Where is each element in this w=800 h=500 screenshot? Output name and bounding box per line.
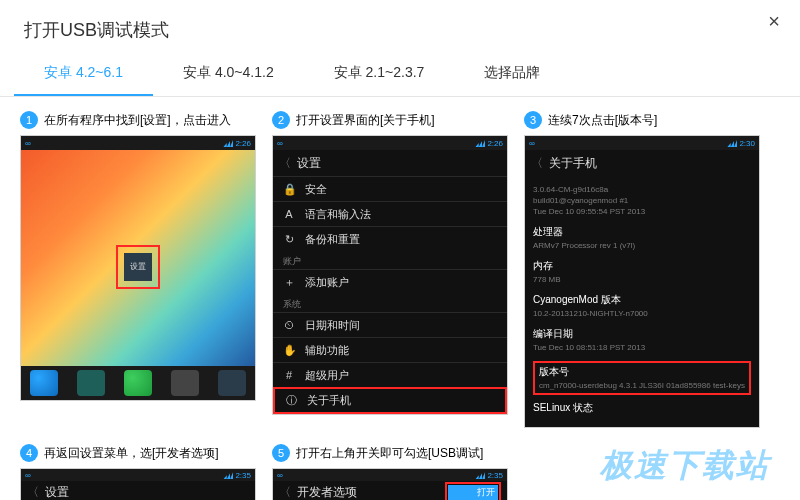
contacts-icon	[77, 370, 105, 396]
step-1: 1 在所有程序中找到[设置]，点击进入 ∞ 2:26 设置	[20, 111, 256, 428]
list-item: ↻备份和重置	[273, 226, 507, 251]
signal-icon	[727, 139, 737, 147]
cm-logo-icon: ∞	[25, 471, 31, 480]
screen-title: 设置	[297, 155, 321, 172]
cm-logo-icon: ∞	[277, 139, 283, 148]
build-date-block: 编译日期 Tue Dec 10 08:51:18 PST 2013	[533, 327, 751, 353]
tab-android-21-237[interactable]: 安卓 2.1~2.3.7	[304, 54, 455, 96]
phone-screenshot-4: ∞ 2:35 〈设置 ↻备份和重置	[20, 468, 256, 500]
cpu-block: 处理器 ARMv7 Processor rev 1 (v7l)	[533, 225, 751, 251]
list-item: ⏲日期和时间	[273, 312, 507, 337]
step-text: 连续7次点击[版本号]	[548, 112, 657, 129]
screen-title: 设置	[45, 484, 69, 500]
list-item: 🔒安全	[273, 176, 507, 201]
dialer-icon	[30, 370, 58, 396]
step-text: 再返回设置菜单，选[开发者选项]	[44, 445, 219, 462]
about-phone-highlight: ⓘ关于手机	[273, 387, 507, 414]
add-icon: ＋	[283, 275, 295, 290]
superuser-icon: #	[283, 369, 295, 381]
build-number-highlight: 版本号 cm_n7000-userdebug 4.3.1 JLS36I 01ad…	[533, 361, 751, 395]
category-accounts: 账户	[273, 251, 507, 269]
status-time: 2:35	[487, 471, 503, 480]
step-text: 在所有程序中找到[设置]，点击进入	[44, 112, 231, 129]
status-time: 2:35	[235, 471, 251, 480]
status-time: 2:26	[235, 139, 251, 148]
step-5: 5 打开右上角开关即可勾选[USB调试] ∞ 2:35 〈开发者选项 打开 对 …	[272, 444, 508, 500]
step-number: 5	[272, 444, 290, 462]
clock-icon: ⏲	[283, 319, 295, 331]
signal-icon	[475, 139, 485, 147]
back-icon: 〈	[279, 484, 291, 500]
about-icon: ⓘ	[285, 393, 297, 408]
cm-logo-icon: ∞	[277, 471, 283, 480]
back-icon: 〈	[27, 484, 39, 500]
tab-select-brand[interactable]: 选择品牌	[454, 54, 570, 96]
phone-screenshot-5: ∞ 2:35 〈开发者选项 打开 对 SD 卡进行读写保护	[272, 468, 508, 500]
step-4: 4 再返回设置菜单，选[开发者选项] ∞ 2:35 〈设置 ↻备份和重置	[20, 444, 256, 500]
signal-icon	[223, 139, 233, 147]
apps-icon	[171, 370, 199, 396]
screen-title: 开发者选项	[297, 484, 357, 500]
close-icon[interactable]: ×	[768, 10, 780, 33]
back-icon: 〈	[531, 155, 543, 172]
settings-app-icon: 设置	[124, 253, 152, 281]
toggle-highlight: 打开	[445, 482, 501, 500]
tab-android-40-412[interactable]: 安卓 4.0~4.1.2	[153, 54, 304, 96]
cm-logo-icon: ∞	[25, 139, 31, 148]
list-item: A语言和输入法	[273, 201, 507, 226]
lock-icon: 🔒	[283, 183, 295, 196]
category-system: 系统	[273, 294, 507, 312]
phone-screenshot-1: ∞ 2:26 设置	[20, 135, 256, 401]
step-text: 打开设置界面的[关于手机]	[296, 112, 435, 129]
step-3: 3 连续7次点击[版本号] ∞ 2:30 〈关于手机 3.0.64-CM-g9d…	[524, 111, 760, 428]
step-number: 2	[272, 111, 290, 129]
status-time: 2:26	[487, 139, 503, 148]
cm-version-block: CyanogenMod 版本 10.2-20131210-NIGHTLY-n70…	[533, 293, 751, 319]
cm-logo-icon: ∞	[529, 139, 535, 148]
watermark: 极速下载站	[600, 444, 770, 488]
selinux-block: SELinux 状态	[533, 401, 751, 415]
signal-icon	[223, 471, 233, 479]
back-icon: 〈	[279, 155, 291, 172]
list-item: ✋辅助功能	[273, 337, 507, 362]
tabs: 安卓 4.2~6.1 安卓 4.0~4.1.2 安卓 2.1~2.3.7 选择品…	[0, 54, 800, 97]
language-icon: A	[283, 208, 295, 220]
step-text: 打开右上角开关即可勾选[USB调试]	[296, 445, 483, 462]
phone-screenshot-3: ∞ 2:30 〈关于手机 3.0.64-CM-g9d16c8a build01@…	[524, 135, 760, 428]
settings-app-highlight: 设置	[116, 245, 160, 289]
tab-android-42-61[interactable]: 安卓 4.2~6.1	[14, 54, 153, 96]
backup-icon: ↻	[283, 233, 295, 246]
step-number: 3	[524, 111, 542, 129]
memory-block: 内存 778 MB	[533, 259, 751, 285]
page-title: 打开USB调试模式	[0, 0, 800, 54]
accessibility-icon: ✋	[283, 344, 295, 357]
messages-icon	[124, 370, 152, 396]
list-item: ＋添加账户	[273, 269, 507, 294]
phone-screenshot-2: ∞ 2:26 〈设置 🔒安全 A语言和输入法 ↻备份和重置 账户 ＋添加账户 系…	[272, 135, 508, 415]
screen-title: 关于手机	[549, 155, 597, 172]
camera-icon	[218, 370, 246, 396]
signal-icon	[475, 471, 485, 479]
step-2: 2 打开设置界面的[关于手机] ∞ 2:26 〈设置 🔒安全 A语言和输入法 ↻…	[272, 111, 508, 428]
step-number: 4	[20, 444, 38, 462]
status-time: 2:30	[739, 139, 755, 148]
master-toggle: 打开	[448, 485, 498, 500]
list-item: #超级用户	[273, 362, 507, 387]
kernel-block: 3.0.64-CM-g9d16c8a build01@cyanogenmod #…	[533, 184, 751, 217]
step-number: 1	[20, 111, 38, 129]
